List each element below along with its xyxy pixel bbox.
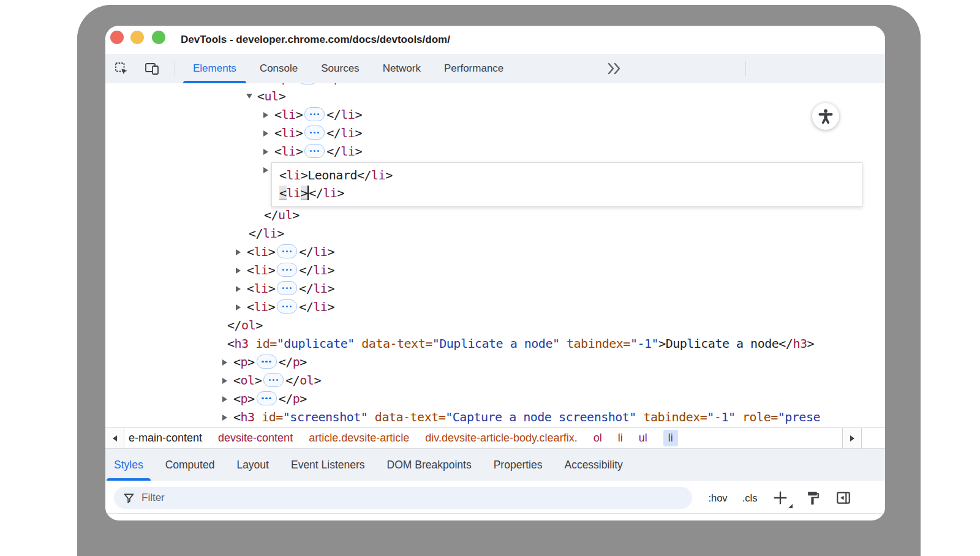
tab-network[interactable]: Network: [371, 54, 432, 83]
breadcrumb-item[interactable]: e-main-content: [129, 432, 202, 445]
toggle-element-state-button[interactable]: :hov: [704, 487, 731, 509]
tab-accessibility[interactable]: Accessibility: [557, 449, 630, 481]
element-classes-button[interactable]: .cls: [736, 487, 763, 509]
dom-tree-row[interactable]: <li></li>: [105, 242, 885, 261]
html-edit-box[interactable]: <li>Leonard</li> <li></li>: [271, 162, 862, 207]
attribute-name: tabindex=: [567, 336, 630, 351]
tag-name: p: [282, 83, 289, 85]
dom-tree-row[interactable]: <h3 id="screenshot" data-text="Capture a…: [105, 408, 885, 426]
toggle-device-toolbar-icon[interactable]: [145, 61, 159, 76]
minimize-window-button[interactable]: [130, 31, 144, 44]
collapsed-content-pill[interactable]: [304, 126, 325, 140]
tag-name: li: [282, 144, 296, 159]
zoom-window-button[interactable]: [152, 31, 165, 44]
expand-arrow-icon[interactable]: [263, 105, 274, 124]
collapsed-content-pill[interactable]: [304, 107, 325, 121]
styles-filter[interactable]: [114, 487, 692, 509]
breadcrumb-item[interactable]: article.devsite-article: [309, 432, 409, 445]
punctuation: </: [279, 391, 293, 406]
tab-sources[interactable]: Sources: [309, 54, 371, 83]
filter-input[interactable]: [140, 491, 692, 505]
dom-tree-row[interactable]: </ol>: [105, 316, 885, 334]
dom-tree-row[interactable]: <li></li>: [105, 279, 885, 298]
tag-name: li: [341, 107, 355, 122]
tab-styles[interactable]: Styles: [107, 449, 151, 481]
inspect-element-icon[interactable]: [114, 61, 129, 76]
punctuation: </: [299, 244, 313, 259]
punctuation: </: [299, 299, 313, 314]
tag-name: h3: [235, 336, 249, 351]
dom-tree-row[interactable]: <li></li>: [105, 142, 885, 160]
dom-tree-row[interactable]: <li></li>: [105, 105, 885, 124]
tab-performance[interactable]: Performance: [432, 54, 515, 83]
dom-tree-row[interactable]: <li></li>: [105, 298, 885, 316]
dom-tree-row[interactable]: <p></p>: [105, 389, 885, 408]
dom-tree-row[interactable]: <li></li>: [105, 124, 885, 142]
collapsed-content-pill[interactable]: [277, 263, 297, 277]
text-node: Duplicate a node: [666, 336, 779, 351]
breadcrumb-item[interactable]: li: [618, 432, 623, 445]
expand-arrow-icon[interactable]: [236, 242, 247, 261]
punctuation: >: [314, 373, 321, 388]
punctuation: </: [326, 144, 341, 159]
expand-arrow-icon[interactable]: [222, 371, 233, 389]
collapsed-content-pill[interactable]: [298, 83, 318, 85]
page-background: DevTools - developer.chrome.com/docs/dev…: [0, 0, 980, 556]
new-style-rule-plus-icon[interactable]: [772, 487, 789, 509]
collapsed-content-pill[interactable]: [277, 281, 297, 295]
more-panels-icon[interactable]: [606, 62, 622, 75]
rendering-brush-icon[interactable]: [804, 487, 822, 509]
dropdown-caret-icon: [788, 504, 793, 508]
dom-tree-row[interactable]: <ul>: [105, 87, 885, 105]
tag-name: li: [254, 299, 268, 314]
expand-arrow-icon[interactable]: [222, 353, 233, 371]
collapsed-content-pill[interactable]: [257, 355, 277, 369]
sidebar-tabs: StylesComputedLayoutEvent ListenersDOM B…: [105, 449, 885, 481]
close-window-button[interactable]: [110, 31, 124, 44]
expand-arrow-icon[interactable]: [263, 124, 274, 142]
tab-elements[interactable]: Elements: [181, 54, 248, 83]
expand-arrow-icon[interactable]: [236, 298, 247, 316]
punctuation: </: [320, 83, 334, 85]
edit-line[interactable]: <li></li>: [279, 184, 862, 202]
tab-console[interactable]: Console: [248, 54, 309, 83]
punctuation: <: [233, 373, 241, 388]
breadcrumb-item[interactable]: li: [663, 430, 678, 446]
collapse-arrow-icon[interactable]: [246, 87, 257, 105]
collapsed-content-pill[interactable]: [277, 244, 297, 258]
breadcrumb-scroll-right-button[interactable]: [842, 428, 862, 448]
breadcrumb-item[interactable]: div.devsite-article-body.clearfix.: [425, 432, 577, 445]
tab-dom-breakpoints[interactable]: DOM Breakpoints: [380, 449, 479, 481]
punctuation: >: [268, 299, 276, 314]
punctuation: <: [233, 410, 241, 424]
bracket-highlight: >: [301, 186, 308, 200]
breadcrumb-item[interactable]: ul: [639, 432, 647, 445]
collapsed-content-pill[interactable]: [257, 391, 277, 405]
edit-line[interactable]: <li>Leonard</li>: [279, 167, 862, 184]
expand-arrow-icon[interactable]: [222, 389, 233, 408]
tag-name: p: [293, 391, 300, 406]
tab-properties[interactable]: Properties: [486, 449, 550, 481]
dom-tree-row[interactable]: </ul>: [105, 206, 885, 224]
expand-arrow-icon[interactable]: [222, 408, 233, 426]
collapsed-content-pill[interactable]: [263, 373, 284, 387]
expand-arrow-icon[interactable]: [263, 142, 274, 160]
collapsed-content-pill[interactable]: [277, 299, 297, 314]
expand-arrow-icon[interactable]: [236, 279, 247, 298]
dom-tree-row[interactable]: </li>: [105, 224, 885, 242]
breadcrumb-item[interactable]: ol: [594, 432, 602, 445]
dom-tree-row[interactable]: <p></p>: [105, 353, 885, 371]
tab-event-listeners[interactable]: Event Listeners: [284, 449, 372, 481]
tab-layout[interactable]: Layout: [229, 449, 276, 481]
collapse-panel-icon[interactable]: [834, 487, 853, 509]
dom-tree-row[interactable]: <ol></ol>: [105, 371, 885, 389]
breadcrumb-item[interactable]: devsite-content: [218, 432, 293, 445]
dom-tree: <li>Leonard</li> <li></li> <p></p><ul><l…: [105, 83, 885, 427]
expand-arrow-icon[interactable]: [236, 261, 247, 279]
dom-tree-row[interactable]: <h3 id="duplicate" data-text="Duplicate …: [105, 334, 885, 353]
tab-computed[interactable]: Computed: [158, 449, 222, 481]
punctuation: >: [288, 83, 296, 85]
accessibility-overlay-button[interactable]: [812, 103, 839, 130]
dom-tree-row[interactable]: <li></li>: [105, 261, 885, 279]
collapsed-content-pill[interactable]: [304, 144, 325, 158]
